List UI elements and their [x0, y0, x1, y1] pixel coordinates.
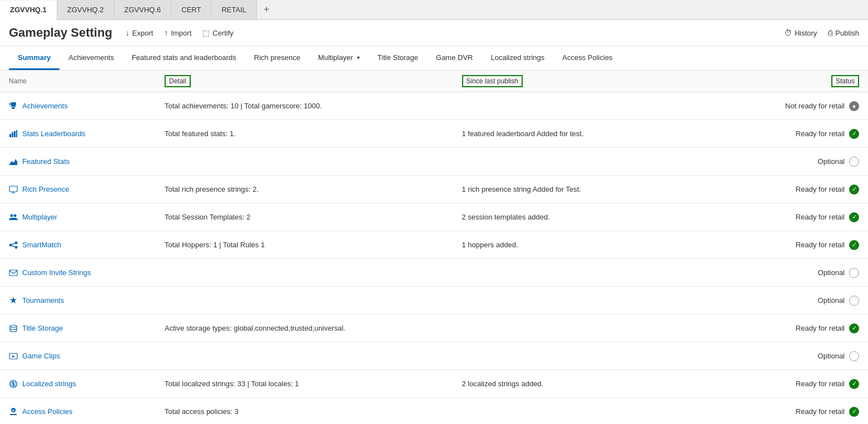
- chevron-down-icon: ▾: [357, 54, 360, 61]
- trophy-icon: [9, 102, 18, 111]
- status-label-featured-stats: Optional: [818, 157, 845, 166]
- row-name-achievements[interactable]: Achievements: [9, 102, 165, 111]
- leaderboard-icon: [9, 129, 18, 138]
- status-ready-icon: ✓: [849, 184, 859, 194]
- row-label-rich-presence: Rich Presence: [22, 185, 70, 193]
- tab-rich-presence[interactable]: Rich presence: [245, 46, 309, 70]
- certify-button[interactable]: ⬚ Certify: [202, 28, 234, 37]
- row-label-achievements: Achievements: [22, 102, 68, 110]
- table-row: Custom Invite Strings Optional: [0, 259, 868, 287]
- row-label-smartmatch: SmartMatch: [22, 241, 61, 249]
- tab-zgvvhq2[interactable]: ZGVVHQ.2: [57, 0, 115, 19]
- tab-summary[interactable]: Summary: [9, 46, 59, 70]
- col-status-label: Status: [831, 75, 859, 87]
- export-icon: ↓: [126, 28, 130, 37]
- table-row: Game Clips Optional: [0, 342, 868, 370]
- row-name-game-clips[interactable]: Game Clips: [9, 352, 165, 361]
- row-name-custom-invite[interactable]: Custom Invite Strings: [9, 268, 165, 277]
- export-label: Export: [132, 29, 153, 37]
- add-tab-button[interactable]: +: [257, 0, 276, 19]
- row-status-custom-invite: Optional: [759, 268, 859, 278]
- status-not-ready-icon: ●: [849, 101, 859, 111]
- status-label-game-clips: Optional: [818, 352, 845, 360]
- publish-button[interactable]: ⎙ Publish: [828, 28, 859, 37]
- row-name-multiplayer[interactable]: Multiplayer: [9, 213, 165, 222]
- tab-cert[interactable]: CERT: [171, 0, 211, 19]
- tab-title-storage[interactable]: Title Storage: [369, 46, 427, 70]
- row-label-title-storage: Title Storage: [22, 324, 63, 332]
- row-detail-stats-leaderboards: Total featured stats: 1.: [165, 129, 462, 138]
- row-status-featured-stats: Optional: [759, 157, 859, 167]
- table-row: Featured Stats Optional: [0, 148, 868, 176]
- row-since-multiplayer: 2 session templates added.: [462, 213, 760, 221]
- multiplayer-label: Multiplayer: [318, 53, 353, 62]
- tournament-icon: [9, 296, 18, 305]
- tab-game-dvr[interactable]: Game DVR: [427, 46, 482, 70]
- tab-bar: ZGVVHQ.1 ZGVVHQ.2 ZGVVHQ.6 CERT RETAIL +: [0, 0, 868, 20]
- row-name-stats-leaderboards[interactable]: Stats Leaderboards: [9, 129, 165, 138]
- status-label-title-storage: Ready for retail: [796, 324, 845, 332]
- tab-localized[interactable]: Localized strings: [482, 46, 553, 70]
- svg-point-11: [15, 241, 18, 244]
- row-status-access-policies: Ready for retail ✓: [759, 407, 859, 417]
- row-status-game-clips: Optional: [759, 351, 859, 361]
- col-status-header: Status: [759, 75, 859, 87]
- row-status-stats-leaderboards: Ready for retail ✓: [759, 129, 859, 139]
- access-icon: [9, 407, 18, 416]
- publish-icon: ⎙: [828, 28, 832, 37]
- tab-featured[interactable]: Featured stats and leaderboards: [123, 46, 245, 70]
- table-row: Rich Presence Total rich presence string…: [0, 176, 868, 203]
- svg-rect-1: [12, 132, 13, 137]
- import-icon: ↑: [164, 28, 168, 37]
- status-optional-icon: [849, 296, 859, 306]
- publish-label: Publish: [835, 29, 859, 37]
- history-button[interactable]: ⏱ History: [784, 28, 817, 37]
- row-label-featured-stats: Featured Stats: [22, 157, 70, 166]
- svg-line-14: [12, 246, 15, 247]
- tab-access-policies[interactable]: Access Policies: [553, 46, 621, 70]
- row-name-localized-strings[interactable]: Localized strings: [9, 380, 165, 388]
- row-name-access-policies[interactable]: Access Policies: [9, 407, 165, 416]
- svg-point-9: [14, 214, 17, 217]
- table-row: Access Policies Total access policies: 3…: [0, 398, 868, 424]
- tab-zgvvhq6[interactable]: ZGVVHQ.6: [115, 0, 172, 19]
- row-name-rich-presence[interactable]: Rich Presence: [9, 185, 165, 194]
- row-detail-smartmatch: Total Hoppers: 1 | Total Rules 1: [165, 241, 462, 249]
- history-label: History: [795, 29, 817, 37]
- status-label-tournaments: Optional: [818, 296, 845, 305]
- svg-point-10: [9, 243, 12, 246]
- certify-label: Certify: [212, 29, 234, 37]
- header-right-actions: ⏱ History ⎙ Publish: [784, 28, 859, 37]
- row-status-multiplayer: Ready for retail ✓: [759, 212, 859, 222]
- row-name-featured-stats[interactable]: Featured Stats: [9, 157, 165, 166]
- status-label-achievements: Not ready for retail: [785, 102, 845, 110]
- tab-multiplayer[interactable]: Multiplayer ▾: [309, 46, 369, 70]
- tab-retail[interactable]: RETAIL: [211, 0, 257, 19]
- status-ready-icon: ✓: [849, 129, 859, 139]
- row-detail-localized-strings: Total localized strings: 33 | Total loca…: [165, 380, 462, 388]
- row-name-tournaments[interactable]: Tournaments: [9, 296, 165, 305]
- col-name-label: Name: [9, 77, 27, 85]
- export-button[interactable]: ↓ Export: [126, 28, 153, 37]
- table-body: Achievements Total achievements: 10 | To…: [0, 92, 868, 424]
- row-label-game-clips: Game Clips: [22, 352, 60, 360]
- status-label-rich-presence: Ready for retail: [796, 185, 845, 193]
- import-button[interactable]: ↑ Import: [164, 28, 191, 37]
- row-status-smartmatch: Ready for retail ✓: [759, 240, 859, 250]
- row-label-custom-invite: Custom Invite Strings: [22, 268, 91, 277]
- row-status-tournaments: Optional: [759, 296, 859, 306]
- row-status-achievements: Not ready for retail ●: [759, 101, 859, 111]
- table-row: Achievements Total achievements: 10 | To…: [0, 92, 868, 120]
- svg-rect-0: [9, 134, 11, 137]
- page-title: Gameplay Setting: [9, 26, 112, 40]
- header-actions: ↓ Export ↑ Import ⬚ Certify: [126, 28, 784, 37]
- col-name-header: Name: [9, 75, 165, 87]
- svg-rect-7: [9, 186, 17, 192]
- rich-icon: [9, 185, 18, 194]
- row-name-smartmatch[interactable]: SmartMatch: [9, 241, 165, 250]
- row-detail-achievements: Total achievements: 10 | Total gamerscor…: [165, 102, 462, 110]
- row-name-title-storage[interactable]: Title Storage: [9, 324, 165, 333]
- tab-zgvvhq1[interactable]: ZGVVHQ.1: [0, 1, 57, 20]
- tab-achievements[interactable]: Achievements: [59, 46, 123, 70]
- nav-tabs: Summary Achievements Featured stats and …: [0, 46, 868, 71]
